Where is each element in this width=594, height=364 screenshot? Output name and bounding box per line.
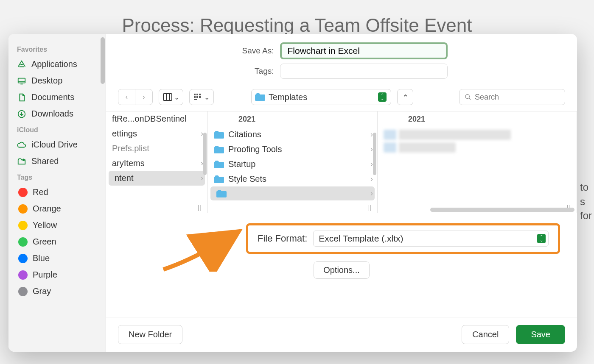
search-box[interactable] — [459, 89, 565, 105]
back-button[interactable]: ‹ — [118, 89, 135, 105]
save-as-input[interactable] — [280, 42, 448, 59]
sidebar-item-applications[interactable]: Applications — [8, 56, 106, 72]
file-format-highlight: File Format: Excel Template (.xltx) — [246, 223, 560, 254]
shared-folder-icon — [17, 157, 26, 166]
list-item-selected[interactable]: ntent› — [109, 171, 205, 186]
cancel-button[interactable]: Cancel — [462, 325, 509, 344]
options-button[interactable]: Options... — [314, 261, 370, 279]
select-stepper-icon — [537, 234, 546, 243]
annotation-arrow-icon — [161, 221, 246, 272]
chevron-right-icon: › — [143, 93, 145, 101]
redacted-item — [384, 130, 511, 140]
sidebar: Favorites Applications Desktop Documents… — [8, 34, 106, 352]
folder-icon — [214, 160, 224, 169]
column-browser: ftRe...onDBSentinel ettings› Prefs.plist… — [106, 111, 577, 213]
svg-rect-0 — [18, 78, 25, 83]
list-item-selected[interactable]: › — [210, 186, 375, 200]
column-2: 2021 Citations› Proofing Tools› Startup›… — [208, 111, 378, 213]
resize-handle-icon[interactable]: || — [367, 204, 372, 211]
sidebar-item-downloads[interactable]: Downloads — [8, 106, 106, 122]
svg-rect-3 — [163, 94, 172, 100]
file-format-value: Excel Template (.xltx) — [319, 233, 403, 244]
icloud-header: iCloud — [8, 122, 106, 136]
column-2-header: 2021 — [208, 111, 377, 127]
location-name: Templates — [269, 92, 375, 102]
documents-icon — [17, 93, 26, 102]
svg-rect-9 — [199, 96, 201, 98]
view-columns-button[interactable]: ⌄ — [159, 89, 183, 105]
list-item[interactable]: ftRe...onDBSentinel — [106, 111, 207, 126]
tags-input[interactable] — [280, 64, 448, 79]
folder-icon — [214, 131, 224, 139]
dialog-footer: New Folder Cancel Save — [106, 317, 577, 352]
list-item[interactable]: Prefs.plist — [106, 141, 207, 156]
sidebar-item-desktop[interactable]: Desktop — [8, 72, 106, 89]
list-item[interactable]: Style Sets› — [208, 172, 377, 186]
chevron-down-icon: ⌄ — [174, 93, 179, 101]
tag-label: Gray — [33, 286, 51, 296]
sidebar-item-shared[interactable]: Shared — [8, 153, 106, 169]
list-item[interactable]: ettings› — [106, 126, 207, 141]
sidebar-item-icloud-drive[interactable]: iCloud Drive — [8, 136, 106, 153]
purple-dot-icon — [18, 270, 28, 280]
column-3: 2021 || — [378, 111, 577, 213]
svg-rect-4 — [194, 94, 196, 95]
sidebar-item-documents[interactable]: Documents — [8, 89, 106, 106]
tag-blue[interactable]: Blue — [8, 250, 106, 267]
tag-label: Purple — [33, 270, 57, 280]
resize-handle-icon[interactable]: || — [198, 204, 202, 211]
tag-purple[interactable]: Purple — [8, 267, 106, 283]
svg-rect-6 — [199, 94, 201, 95]
tag-label: Red — [33, 187, 48, 197]
sidebar-item-label: iCloud Drive — [31, 140, 78, 150]
list-item[interactable]: Proofing Tools› — [208, 142, 377, 157]
svg-rect-5 — [196, 94, 198, 95]
folder-icon — [214, 175, 224, 183]
red-dot-icon — [18, 188, 28, 197]
background-partial-text: to s for — [580, 180, 592, 223]
tag-gray[interactable]: Gray — [8, 283, 106, 300]
tag-label: Yellow — [33, 220, 57, 230]
svg-rect-10 — [194, 99, 197, 100]
list-item[interactable]: Citations› — [208, 127, 377, 142]
favorites-header: Favorites — [8, 42, 106, 56]
chevron-left-icon: ‹ — [126, 93, 128, 101]
sidebar-item-label: Shared — [31, 156, 59, 166]
file-format-select[interactable]: Excel Template (.xltx) — [313, 231, 549, 247]
tag-red[interactable]: Red — [8, 184, 106, 200]
folder-icon — [216, 189, 227, 198]
applications-icon — [17, 60, 26, 69]
search-input[interactable] — [475, 93, 560, 102]
chevron-down-icon: ⌄ — [204, 93, 210, 101]
column-scrollbar[interactable] — [203, 133, 207, 175]
column-1: ftRe...onDBSentinel ettings› Prefs.plist… — [106, 111, 208, 213]
yellow-dot-icon — [18, 221, 28, 230]
save-dialog: Favorites Applications Desktop Documents… — [8, 34, 577, 352]
tag-orange[interactable]: Orange — [8, 200, 106, 217]
cloud-icon — [17, 140, 26, 150]
svg-point-2 — [23, 159, 25, 161]
view-grid-button[interactable]: ⌄ — [189, 89, 214, 105]
sidebar-item-label: Downloads — [31, 109, 73, 119]
location-dropdown[interactable]: Templates — [251, 89, 391, 105]
tag-green[interactable]: Green — [8, 233, 106, 250]
tags-header: Tags — [8, 169, 106, 184]
chevron-up-icon: ⌃ — [403, 93, 408, 101]
svg-point-11 — [465, 94, 469, 98]
expand-button[interactable]: ⌃ — [397, 89, 413, 105]
tag-yellow[interactable]: Yellow — [8, 217, 106, 233]
sidebar-item-label: Documents — [31, 92, 74, 102]
horizontal-scrollbar[interactable] — [430, 208, 574, 212]
chevron-right-icon: › — [370, 189, 373, 198]
sidebar-scrollbar[interactable] — [101, 37, 105, 84]
save-button[interactable]: Save — [516, 325, 565, 344]
tags-label: Tags: — [236, 67, 274, 76]
list-item[interactable]: Startup› — [208, 157, 377, 172]
column-scrollbar[interactable] — [373, 133, 376, 175]
orange-dot-icon — [18, 204, 28, 214]
green-dot-icon — [18, 237, 28, 247]
chevron-right-icon: › — [370, 175, 373, 183]
new-folder-button[interactable]: New Folder — [118, 325, 182, 344]
list-item[interactable]: aryItems› — [106, 156, 207, 171]
forward-button[interactable]: › — [135, 89, 152, 105]
